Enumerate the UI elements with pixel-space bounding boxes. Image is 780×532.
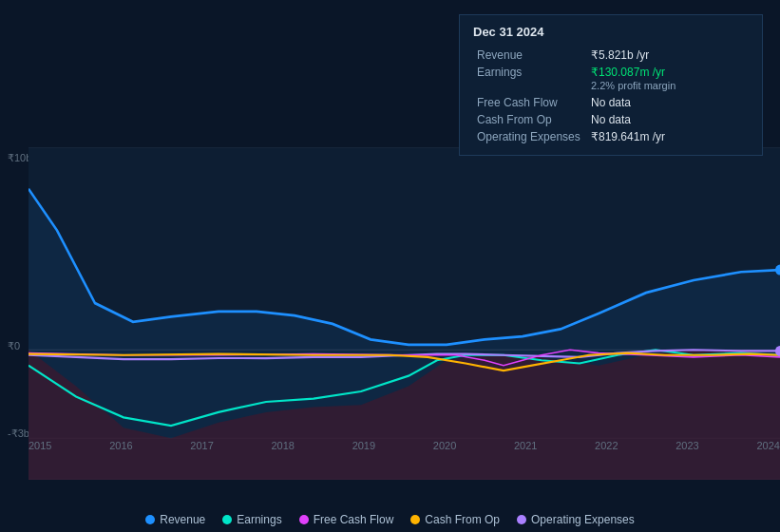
x-label-2018: 2018 bbox=[271, 440, 294, 451]
legend-opex[interactable]: Operating Expenses bbox=[517, 513, 635, 526]
legend-dot-cfo bbox=[410, 515, 420, 524]
tooltip-row-opex: Operating Expenses ₹819.641m /yr bbox=[473, 128, 749, 145]
legend-label-fcf: Free Cash Flow bbox=[314, 513, 394, 526]
legend-dot-fcf bbox=[299, 515, 309, 524]
tooltip-value-revenue: ₹5.821b /yr bbox=[587, 47, 749, 64]
legend-fcf[interactable]: Free Cash Flow bbox=[299, 513, 394, 526]
chart-area: 2015 2016 2017 2018 2019 2020 2021 2022 … bbox=[0, 147, 780, 480]
x-label-2019: 2019 bbox=[352, 440, 375, 451]
legend-dot-revenue bbox=[145, 515, 155, 524]
x-axis-labels: 2015 2016 2017 2018 2019 2020 2021 2022 … bbox=[29, 440, 780, 451]
tooltip-label-earnings: Earnings bbox=[473, 64, 587, 94]
tooltip-date: Dec 31 2024 bbox=[473, 25, 749, 39]
legend-revenue[interactable]: Revenue bbox=[145, 513, 205, 526]
tooltip-value-fcf: No data bbox=[587, 94, 749, 111]
legend-cfo[interactable]: Cash From Op bbox=[410, 513, 500, 526]
x-label-2020: 2020 bbox=[433, 440, 456, 451]
tooltip-label-opex: Operating Expenses bbox=[473, 128, 587, 145]
legend-label-revenue: Revenue bbox=[160, 513, 205, 526]
tooltip-label-cfo: Cash From Op bbox=[473, 111, 587, 128]
x-label-2021: 2021 bbox=[514, 440, 537, 451]
tooltip-row-cfo: Cash From Op No data bbox=[473, 111, 749, 128]
x-label-2015: 2015 bbox=[29, 440, 51, 451]
tooltip-table: Revenue ₹5.821b /yr Earnings ₹130.087m /… bbox=[473, 47, 749, 145]
legend-dot-opex bbox=[517, 515, 526, 524]
tooltip-value-earnings: ₹130.087m /yr 2.2% profit margin bbox=[587, 64, 749, 94]
tooltip-label-revenue: Revenue bbox=[473, 47, 587, 64]
legend-label-cfo: Cash From Op bbox=[425, 513, 500, 526]
tooltip-row-fcf: Free Cash Flow No data bbox=[473, 94, 749, 111]
tooltip-value-cfo: No data bbox=[587, 111, 749, 128]
x-label-2024: 2024 bbox=[756, 440, 779, 451]
x-label-2022: 2022 bbox=[595, 440, 618, 451]
tooltip-label-fcf: Free Cash Flow bbox=[473, 94, 587, 111]
legend-label-earnings: Earnings bbox=[237, 513, 281, 526]
info-tooltip: Dec 31 2024 Revenue ₹5.821b /yr Earnings… bbox=[459, 14, 763, 156]
chart-svg bbox=[29, 147, 780, 480]
legend-earnings[interactable]: Earnings bbox=[222, 513, 281, 526]
x-label-2016: 2016 bbox=[109, 440, 132, 451]
legend-dot-earnings bbox=[222, 515, 232, 524]
chart-legend: Revenue Earnings Free Cash Flow Cash Fro… bbox=[0, 513, 780, 526]
x-label-2023: 2023 bbox=[675, 440, 698, 451]
tooltip-row-earnings: Earnings ₹130.087m /yr 2.2% profit margi… bbox=[473, 64, 749, 94]
legend-label-opex: Operating Expenses bbox=[531, 513, 635, 526]
tooltip-row-revenue: Revenue ₹5.821b /yr bbox=[473, 47, 749, 64]
tooltip-value-opex: ₹819.641m /yr bbox=[587, 128, 749, 145]
x-label-2017: 2017 bbox=[190, 440, 213, 451]
